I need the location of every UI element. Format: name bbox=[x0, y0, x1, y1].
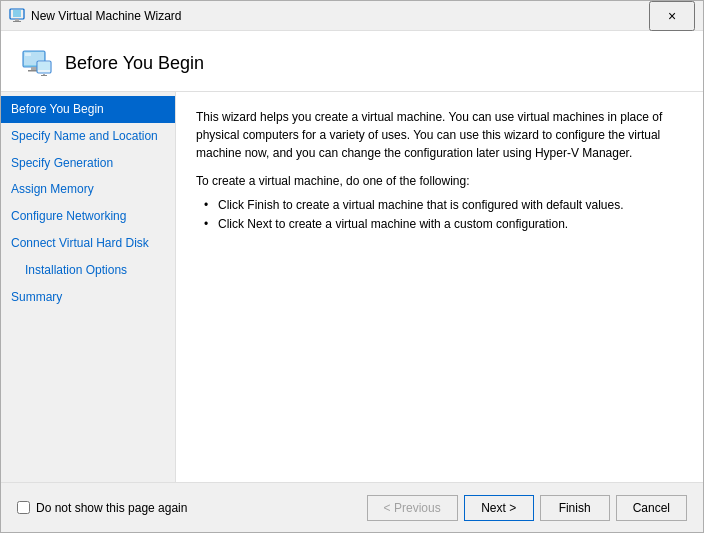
svg-rect-6 bbox=[31, 67, 37, 70]
titlebar-icon bbox=[9, 8, 25, 24]
wizard-window: New Virtual Machine Wizard × Before You … bbox=[0, 0, 704, 533]
page-title: Before You Begin bbox=[65, 53, 204, 74]
sidebar: Before You Begin Specify Name and Locati… bbox=[1, 92, 176, 482]
svg-rect-10 bbox=[38, 62, 50, 70]
next-button[interactable]: Next > bbox=[464, 495, 534, 521]
sidebar-item-summary[interactable]: Summary bbox=[1, 284, 175, 311]
cancel-button[interactable]: Cancel bbox=[616, 495, 687, 521]
sidebar-item-before-you-begin[interactable]: Before You Begin bbox=[1, 96, 175, 123]
bullet-item-finish: Click Finish to create a virtual machine… bbox=[204, 196, 683, 215]
svg-rect-11 bbox=[43, 74, 45, 75]
main-layout: Before You Begin Before You Begin Specif… bbox=[1, 31, 703, 532]
body-section: Before You Begin Specify Name and Locati… bbox=[1, 92, 703, 482]
sidebar-item-specify-name-location[interactable]: Specify Name and Location bbox=[1, 123, 175, 150]
sidebar-item-assign-memory[interactable]: Assign Memory bbox=[1, 176, 175, 203]
close-button[interactable]: × bbox=[649, 1, 695, 31]
sidebar-item-connect-virtual-hard-disk[interactable]: Connect Virtual Hard Disk bbox=[1, 230, 175, 257]
button-group: < Previous Next > Finish Cancel bbox=[367, 495, 687, 521]
svg-rect-3 bbox=[13, 21, 21, 22]
sidebar-item-configure-networking[interactable]: Configure Networking bbox=[1, 203, 175, 230]
sidebar-item-installation-options[interactable]: Installation Options bbox=[1, 257, 175, 284]
checkbox-area: Do not show this page again bbox=[17, 501, 187, 515]
svg-rect-1 bbox=[13, 10, 21, 17]
window-title: New Virtual Machine Wizard bbox=[31, 9, 649, 23]
sidebar-item-specify-generation[interactable]: Specify Generation bbox=[1, 150, 175, 177]
intro-paragraph: This wizard helps you create a virtual m… bbox=[196, 108, 683, 162]
bullet-list: Click Finish to create a virtual machine… bbox=[204, 196, 683, 234]
svg-rect-8 bbox=[25, 53, 31, 56]
svg-rect-2 bbox=[15, 19, 19, 21]
header-icon bbox=[21, 47, 53, 79]
finish-button[interactable]: Finish bbox=[540, 495, 610, 521]
bullet-item-next: Click Next to create a virtual machine w… bbox=[204, 215, 683, 234]
dont-show-checkbox[interactable] bbox=[17, 501, 30, 514]
svg-rect-12 bbox=[41, 75, 47, 76]
main-content: This wizard helps you create a virtual m… bbox=[176, 92, 703, 482]
previous-button[interactable]: < Previous bbox=[367, 495, 458, 521]
dont-show-label[interactable]: Do not show this page again bbox=[36, 501, 187, 515]
footer-section: Do not show this page again < Previous N… bbox=[1, 482, 703, 532]
titlebar: New Virtual Machine Wizard × bbox=[1, 1, 703, 31]
section-heading: To create a virtual machine, do one of t… bbox=[196, 174, 683, 188]
header-section: Before You Begin bbox=[1, 31, 703, 92]
